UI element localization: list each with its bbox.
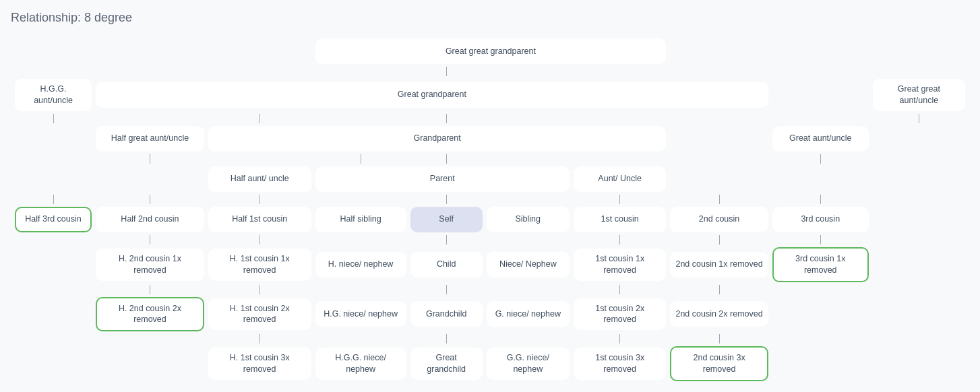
cell-aunt-uncle: Aunt/ Uncle [574,166,666,192]
cell-niece-nephew: Niece/ Nephew [487,252,570,277]
row-2x-removed: H. 2nd cousin 2x removed H. 1st cousin 2… [15,297,965,332]
vline-5c [259,235,260,244]
line-row-7 [15,334,965,344]
cell-hgg-aunt-uncle: H.G.G. aunt/uncle [15,79,92,111]
cell-second-cousin-2x: 2nd cousin 2x removed [670,301,768,327]
vline-5h [719,235,720,244]
cell-first-cousin-2x: 1st cousin 2x removed [574,298,666,331]
cell-second-cousin-1x: 2nd cousin 1x removed [670,252,768,277]
vline-4d [446,195,447,204]
cell-hg-niece-nephew: H.G. niece/ nephew [315,301,406,327]
cell-half-great-aunt-uncle: Half great aunt/uncle [96,126,204,152]
cell-half-2nd-cousin: Half 2nd cousin [96,207,204,232]
vline-4f [719,195,720,204]
vline-2c [446,114,447,123]
line-row-1 [15,67,965,76]
cell-sibling: Sibling [487,207,570,232]
vline-6e [446,285,447,294]
vline-5b [150,235,150,244]
cell-parent: Parent [315,166,570,192]
vline-6h [719,285,720,294]
row-parent: Half aunt/ uncle Parent Aunt/ Uncle [15,166,965,192]
cell-great-grandparent: Great grandparent [96,82,768,108]
vline-5e [446,235,447,244]
vline-6c [259,285,260,294]
vline-7c [259,334,260,344]
cell-first-cousin: 1st cousin [574,207,666,232]
cell-self: Self [410,207,483,232]
cell-half-sibling: Half sibling [315,207,406,232]
vline-3a [150,154,150,164]
vline-5i [820,235,821,244]
cell-half-3rd-cousin: Half 3rd cousin [15,207,92,232]
cell-h1st-cousin-2x: H. 1st cousin 2x removed [208,298,311,331]
vline-2b [259,114,260,123]
cell-great-great-aunt-uncle: Great great aunt/uncle [873,79,965,111]
cell-half-1st-cousin: Half 1st cousin [208,207,311,232]
line-row-6 [15,285,965,294]
vline-4g [820,195,821,204]
cell-half-aunt-uncle: Half aunt/ uncle [208,166,311,192]
vline-4a [53,195,54,204]
cell-great-aunt-uncle: Great aunt/uncle [772,126,869,152]
cell-gg-niece-nephew: G.G. niece/ nephew [487,348,570,380]
row-grandparent: Half great aunt/uncle Grandparent Great … [15,126,965,152]
vline-6g [619,285,620,294]
relationship-grid: Great great grandparent H.G.G. aunt/uncl… [11,36,969,384]
vline-4e [619,195,620,204]
row-3x-removed: H. 1st cousin 3x removed H.G.G. niece/ n… [15,346,965,381]
cell-hgg-niece-nephew: H.G.G. niece/ nephew [315,348,406,380]
cell-h1st-cousin-3x: H. 1st cousin 3x removed [208,348,311,380]
line-row-4 [15,195,965,204]
cell-g-niece-nephew: G. niece/ nephew [487,301,570,327]
line-row-5 [15,235,965,244]
vline-3c [446,154,447,164]
row-self-generation: Half 3rd cousin Half 2nd cousin Half 1st… [15,207,965,232]
line-row-3 [15,154,965,164]
cell-first-cousin-1x: 1st cousin 1x removed [574,249,666,281]
cell-third-cousin-1x: 3rd cousin 1x removed [772,247,869,282]
cell-second-cousin: 2nd cousin [670,207,768,232]
relationship-title: Relationship: 8 degree [11,11,969,25]
cell-h1st-cousin-1x: H. 1st cousin 1x removed [208,249,311,281]
cell-h2nd-cousin-2x: H. 2nd cousin 2x removed [96,297,204,332]
vline-6b [150,285,150,294]
vline-2d [919,114,919,123]
vline-3b [361,154,361,164]
vline-7g [619,334,620,344]
cell-h2nd-cousin-1x: H. 2nd cousin 1x removed [96,249,204,281]
line-row-2 [15,114,965,123]
vline-3d [820,154,821,164]
vline-7h [719,334,720,344]
vline-5g [619,235,620,244]
vline-2a [53,114,54,123]
vline-4b [150,195,150,204]
cell-child: Child [410,252,483,277]
cell-grandchild: Grandchild [410,301,483,327]
cell-great-great-grandparent: Great great grandparent [315,38,667,64]
row-great-great-grandparent: Great great grandparent [15,38,965,64]
vline-7e [446,334,447,344]
cell-second-cousin-3x: 2nd cousin 3x removed [670,346,768,381]
cell-great-grandchild: Great grandchild [410,348,483,380]
row-1x-removed: H. 2nd cousin 1x removed H. 1st cousin 1… [15,247,965,282]
cell-first-cousin-3x: 1st cousin 3x removed [574,348,666,380]
row-great-grandparent: H.G.G. aunt/uncle Great grandparent Grea… [15,79,965,111]
cell-h-niece-nephew: H. niece/ nephew [315,252,406,277]
cell-third-cousin: 3rd cousin [772,207,869,232]
vline-1 [446,67,447,76]
vline-4c [259,195,260,204]
cell-grandparent: Grandparent [208,126,667,152]
